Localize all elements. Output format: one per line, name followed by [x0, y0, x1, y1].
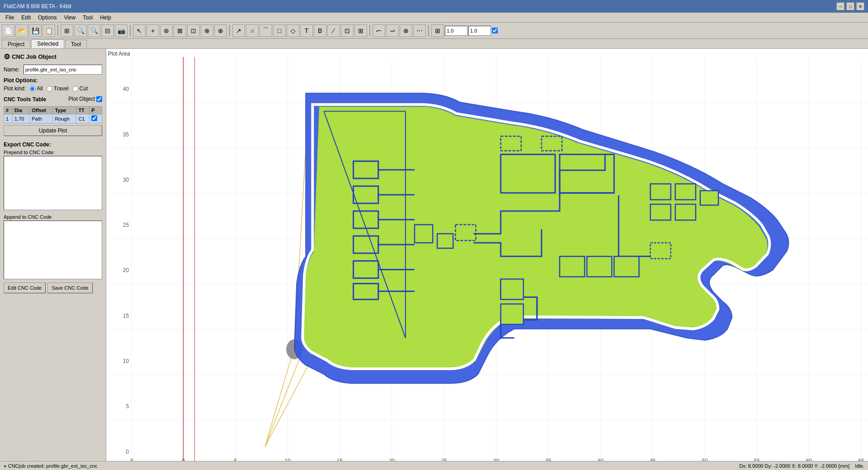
menu-view[interactable]: View — [60, 14, 79, 22]
table-row[interactable]: 1 1.70 Path Rough C1 — [4, 114, 102, 123]
edit2-button[interactable]: ⤻ — [386, 24, 399, 37]
geo8-button[interactable]: ∕ — [327, 24, 340, 37]
geo1-button[interactable]: ↗ — [232, 24, 245, 37]
radio-all-input[interactable] — [29, 86, 35, 92]
update-plot-button[interactable]: Update Plot — [4, 125, 102, 136]
prepend-textarea[interactable] — [4, 156, 102, 210]
copy-button[interactable]: 📋 — [42, 24, 55, 37]
close-button[interactable]: ✕ — [856, 2, 864, 10]
plot-kind-row: Plot kind: All Travel Cut — [4, 85, 102, 92]
svg-rect-58 — [675, 204, 696, 220]
save-cnc-button[interactable]: Save CNC Code — [47, 282, 92, 293]
svg-text:35: 35 — [545, 458, 552, 461]
svg-rect-36 — [354, 261, 378, 278]
plot-object-container: Plot Object — [68, 96, 102, 102]
minimize-button[interactable]: ─ — [836, 2, 844, 10]
bottom-buttons: Edit CNC Code Save CNC Code — [4, 282, 102, 293]
cell-dia: 1.70 — [12, 114, 29, 123]
menu-help[interactable]: Help — [96, 14, 115, 22]
col-offset: Offset — [30, 107, 53, 114]
save-button[interactable]: 💾 — [29, 24, 42, 37]
geo10-button[interactable]: ⊞ — [354, 24, 367, 37]
radio-cut-input[interactable] — [72, 86, 78, 92]
cnc-tools-label: CNC Tools Table — [4, 96, 46, 103]
geo3-button[interactable]: ⌒ — [259, 24, 272, 37]
radio-cut[interactable]: Cut — [72, 85, 88, 92]
menu-edit[interactable]: Edit — [18, 14, 34, 22]
svg-rect-37 — [354, 283, 378, 299]
edit-cnc-button[interactable]: Edit CNC Code — [4, 282, 46, 293]
grid-checkbox-container — [492, 28, 498, 33]
new-button[interactable]: 📄 — [2, 24, 14, 37]
tool4-button[interactable]: ⊗ — [201, 24, 213, 37]
grid-checkbox[interactable] — [492, 28, 498, 33]
svg-text:0: 0 — [126, 449, 129, 455]
svg-text:40: 40 — [598, 458, 604, 461]
zoom-in-button[interactable]: 🔍 — [74, 24, 87, 37]
radio-travel[interactable]: Travel — [47, 85, 69, 92]
sep2 — [130, 25, 131, 37]
radio-all[interactable]: All — [29, 85, 42, 92]
screenshot-button[interactable]: 📷 — [115, 24, 127, 37]
tool1-button[interactable]: ⊛ — [160, 24, 173, 37]
zoom-area-button[interactable]: ⊟ — [101, 24, 114, 37]
geo6-button[interactable]: T — [300, 24, 313, 37]
svg-rect-35 — [354, 236, 378, 253]
svg-rect-52 — [587, 256, 612, 277]
geo4-button[interactable]: □ — [273, 24, 286, 37]
edit3-button[interactable]: ⊗ — [400, 24, 412, 37]
svg-rect-53 — [614, 256, 639, 277]
maximize-button[interactable]: □ — [846, 2, 854, 10]
svg-text:20: 20 — [389, 458, 395, 461]
name-input[interactable] — [24, 65, 102, 75]
svg-text:25: 25 — [441, 458, 448, 461]
svg-rect-34 — [354, 211, 378, 228]
tab-tool[interactable]: Tool — [65, 40, 87, 48]
menu-file[interactable]: File — [2, 14, 18, 22]
pointer-button[interactable]: ↖ — [133, 24, 146, 37]
append-textarea[interactable] — [4, 221, 102, 279]
svg-text:25: 25 — [123, 222, 129, 228]
radio-travel-input[interactable] — [47, 86, 52, 92]
status-message: ● CNCjob created: profile.gbr_ext_iso_cn… — [4, 463, 97, 469]
geo7-button[interactable]: B — [314, 24, 326, 37]
cell-type: Rough — [53, 114, 76, 123]
svg-text:10: 10 — [123, 358, 129, 364]
append-label: Append to CNC Code — [4, 214, 102, 220]
row-p-checkbox[interactable] — [91, 115, 97, 121]
zoom-fit-button[interactable]: ⊞ — [61, 24, 73, 37]
svg-rect-60 — [501, 279, 524, 299]
edit4-button[interactable]: ⋯ — [413, 24, 426, 37]
grid-x-input[interactable]: 1.0 — [445, 26, 467, 36]
grid-y-input[interactable]: 1.0 — [468, 26, 491, 36]
menu-tool[interactable]: Tool — [79, 14, 96, 22]
tab-project[interactable]: Project — [2, 40, 30, 48]
edit1-button[interactable]: ⤺ — [373, 24, 385, 37]
grid-button[interactable]: ⊞ — [431, 24, 444, 37]
prepend-label: Prepend to CNC Code: — [4, 150, 102, 155]
svg-text:-5: -5 — [129, 458, 134, 461]
menu-options[interactable]: Options — [34, 14, 60, 22]
svg-text:30: 30 — [123, 177, 129, 183]
sep5 — [428, 25, 429, 37]
tool3-button[interactable]: ⊡ — [187, 24, 200, 37]
coords-text: Dx: 8.0000 Dy: -2.0000 X: 8.0000 Y: -2.0… — [739, 463, 849, 469]
svg-text:65: 65 — [858, 458, 864, 461]
tool5-button[interactable]: ⊕ — [214, 24, 227, 37]
geo9-button[interactable]: ⊡ — [341, 24, 354, 37]
plot-object-checkbox[interactable] — [96, 96, 102, 102]
plus-button[interactable]: + — [146, 24, 159, 37]
geo2-button[interactable]: ○ — [246, 24, 259, 37]
tab-selected[interactable]: Selected — [31, 39, 64, 48]
plot-kind-label: Plot kind: — [4, 85, 26, 92]
svg-text:40: 40 — [123, 86, 129, 92]
titlebar-controls: ─ □ ✕ — [836, 2, 864, 10]
tool2-button[interactable]: ⊠ — [174, 24, 186, 37]
geo5-button[interactable]: ◇ — [287, 24, 299, 37]
svg-rect-59 — [651, 243, 671, 258]
svg-text:30: 30 — [493, 458, 500, 461]
open-button[interactable]: 📂 — [15, 24, 28, 37]
plot-area[interactable]: Plot Area — [106, 49, 868, 461]
col-dia: Dia — [12, 107, 29, 114]
zoom-out-button[interactable]: 🔍 — [88, 24, 100, 37]
